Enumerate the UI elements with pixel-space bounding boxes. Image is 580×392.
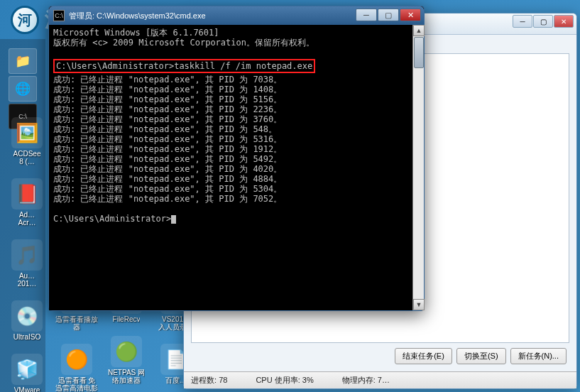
acrobat-label: Ad…Acr… — [18, 211, 36, 227]
cmd-cursor — [171, 215, 176, 224]
netpas-label: NETPAS 网络加速器 — [108, 369, 145, 384]
vmware-label: VMwareWorkstation — [9, 386, 46, 392]
switch-to-button[interactable]: 切换至(S) — [456, 348, 506, 364]
audition-icon: 🎵 — [11, 239, 43, 271]
acdsee-icon: 🖼️ — [11, 117, 43, 148]
taskmgr-close-button[interactable]: ✕ — [554, 15, 574, 28]
taskbar-item-browser[interactable]: 🌐 — [9, 76, 37, 102]
audition-label: Au…201… — [18, 272, 37, 288]
ultraiso-label: UltraISO — [13, 333, 40, 341]
xunlei-free-label: 迅雷看看 免迅雷高清电影 — [55, 376, 98, 392]
status-mem-value: 7… — [378, 376, 390, 384]
desktop-icon-netpas[interactable]: 🟢NETPAS 网络加速器 — [105, 336, 148, 384]
cmd-title-bar[interactable]: C:\ 管理员: C:\Windows\system32\cmd.exe ─ ▢… — [49, 6, 424, 25]
taskmgr-maximize-button[interactable]: ▢ — [533, 15, 553, 28]
xunlei-free-icon: 🟠 — [61, 344, 92, 375]
taskbar-item-explorer[interactable]: 📁 — [9, 48, 37, 74]
status-cpu-label: CPU 使用率: — [256, 376, 300, 384]
cmd-title-text: 管理员: C:\Windows\system32\cmd.exe — [69, 11, 206, 21]
status-proc-label: 进程数: — [191, 376, 217, 384]
cmd-body[interactable]: Microsoft Windows [版本 6.1.7601] 版权所有 <c>… — [49, 25, 424, 310]
cmd-close-button[interactable]: ✕ — [400, 9, 421, 21]
vmware-icon: 🧊 — [11, 354, 43, 385]
desktop-icon-vmware[interactable]: 🧊VMwareWorkstation — [6, 354, 48, 392]
ultraiso-icon: 💿 — [11, 300, 43, 332]
end-task-button[interactable]: 结束任务(E) — [395, 348, 452, 364]
cmd-maximize-button[interactable]: ▢ — [378, 9, 399, 21]
status-cpu-value: 3% — [302, 376, 314, 384]
acrobat-icon: 📕 — [11, 178, 43, 209]
cmd-window[interactable]: C:\ 管理员: C:\Windows\system32\cmd.exe ─ ▢… — [48, 6, 425, 311]
new-task-button[interactable]: 新任务(N)... — [510, 348, 567, 364]
cmd-minimize-button[interactable]: ─ — [356, 9, 377, 21]
status-mem-label: 物理内存: — [342, 376, 376, 384]
watermark-logo-icon: 河 — [11, 6, 39, 34]
scroll-up-button[interactable]: ▲ — [413, 25, 425, 36]
cmd-icon: C:\ — [53, 10, 65, 21]
filerecv-label: FileRecv — [113, 315, 141, 323]
desktop-icon-ultraiso[interactable]: 💿UltraISO — [6, 300, 48, 341]
desktop-icon-acdsee[interactable]: 🖼️ACDSee8 (… — [6, 117, 48, 165]
taskmgr-status-bar: 进程数: 78 CPU 使用率: 3% 物理内存: 7… — [184, 371, 576, 388]
cmd-scrollbar[interactable]: ▲ ▼ — [412, 25, 424, 310]
desktop-icon-audition[interactable]: 🎵Au…201… — [6, 239, 48, 288]
scroll-down-button[interactable]: ▼ — [413, 299, 425, 310]
desktop-icon-xunlei-free[interactable]: 🟠迅雷看看 免迅雷高清电影 — [55, 344, 98, 392]
desktop-icon-acrobat[interactable]: 📕Ad…Acr… — [6, 178, 48, 227]
acdsee-label: ACDSee8 (… — [13, 150, 41, 165]
highlighted-command: C:\Users\Administrator>taskkill /f /im n… — [53, 59, 315, 73]
scroll-thumb[interactable] — [414, 37, 424, 68]
taskmgr-minimize-button[interactable]: ─ — [513, 15, 532, 28]
status-proc-value: 78 — [219, 376, 227, 384]
netpas-icon: 🟢 — [111, 336, 142, 367]
xunlei-player-label: 迅雷看看播放器 — [55, 315, 98, 331]
